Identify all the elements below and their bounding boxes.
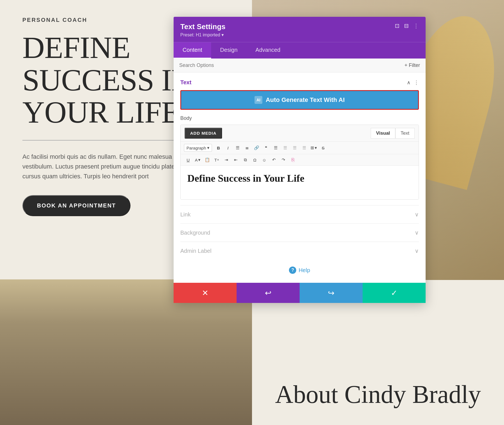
link-button[interactable]: 🔗 [252, 144, 261, 152]
search-input[interactable] [179, 62, 404, 68]
panel-header: Text Settings Preset: H1 imported ▾ ⊡ ⊟ … [174, 17, 426, 42]
text-color-icon: A [195, 158, 198, 162]
background-section-header[interactable]: Background ∨ [180, 229, 419, 236]
admin-label-section-header[interactable]: Admin Label ∨ [180, 247, 419, 254]
unordered-list-button[interactable]: ☰ [233, 144, 242, 152]
editor-content[interactable]: Define Success in Your Life [181, 166, 419, 199]
body-paragraph: Ac facilisi morbi quis ac dis nullam. Eg… [22, 152, 185, 181]
book-appointment-button[interactable]: BOOK AN APPOINTMENT [22, 195, 130, 216]
search-bar: + Filter [174, 59, 426, 73]
text-color-button[interactable]: A ▾ [193, 156, 202, 164]
format-toolbar-1: Paragraph ▾ B I ☰ ≣ 🔗 ❝ ☰ ☰ ☰ ☰ ⊞ ▾ S [181, 142, 419, 154]
table-icon: ⊞ [311, 145, 314, 150]
confirm-button[interactable]: ✓ [363, 283, 426, 303]
tab-content[interactable]: Content [174, 42, 211, 59]
panel-preset[interactable]: Preset: H1 imported ▾ [180, 32, 419, 38]
background-chevron-icon: ∨ [415, 229, 419, 236]
paste-special-button[interactable]: 📋 [203, 156, 211, 164]
emoji-button[interactable]: ☺ [260, 156, 269, 164]
add-media-button[interactable]: ADD MEDIA [185, 128, 222, 139]
text-color-dropdown: ▾ [198, 157, 200, 162]
settings-panel: Text Settings Preset: H1 imported ▾ ⊡ ⊟ … [174, 17, 426, 303]
admin-label-section: Admin Label ∨ [180, 242, 419, 260]
image-format-button[interactable]: ⎘ [289, 156, 297, 164]
align-justify-button[interactable]: ☰ [300, 144, 308, 152]
special-chars-button[interactable]: Ω [251, 156, 259, 164]
panel-title: Text Settings [180, 22, 419, 31]
ordered-list-button[interactable]: ≣ [243, 144, 251, 152]
link-section-header[interactable]: Link ∨ [180, 211, 419, 218]
admin-label-text: Admin Label [180, 248, 211, 254]
help-section: ? Help [180, 260, 419, 276]
undo-format-button[interactable]: ↶ [270, 156, 278, 164]
tab-advanced[interactable]: Advanced [246, 42, 289, 59]
outdent-button[interactable]: ⇤ [232, 156, 240, 164]
help-icon-label: ? [291, 268, 294, 273]
layout-icon[interactable]: ⊟ [404, 22, 409, 29]
align-left-button[interactable]: ☰ [271, 144, 280, 152]
collapse-arrow-icon[interactable]: ∧ [407, 80, 410, 86]
background-section: Background ∨ [180, 223, 419, 242]
text-section-title: Text [180, 79, 192, 86]
format-toolbar-2: U A ▾ 📋 T✕ ⇥ ⇤ ⧉ Ω ☺ ↶ ↷ ⎘ [181, 154, 419, 166]
cancel-button[interactable]: ✕ [174, 283, 237, 303]
link-label: Link [180, 211, 191, 218]
fullscreen-button[interactable]: ⧉ [241, 156, 249, 164]
table-button[interactable]: ⊞ ▾ [309, 144, 318, 152]
link-section: Link ∨ [180, 205, 419, 223]
section-more-icon[interactable]: ⋮ [414, 80, 419, 86]
paragraph-style-select[interactable]: Paragraph ▾ [184, 144, 212, 152]
paragraph-dropdown-icon: ▾ [207, 145, 209, 150]
filter-button[interactable]: + Filter [404, 62, 420, 68]
clear-format-button[interactable]: T✕ [213, 156, 221, 164]
text-section-header: Text ∧ ⋮ [180, 79, 419, 86]
editor-area: ADD MEDIA Visual Text Paragraph ▾ B I ☰ … [180, 125, 419, 200]
editor-heading-text: Define Success in Your Life [187, 173, 304, 184]
image-pink-icon: ⎘ [291, 157, 295, 163]
about-heading: About Cindy Bradly [275, 380, 481, 409]
bold-button[interactable]: B [214, 144, 223, 152]
blockquote-button[interactable]: ❝ [262, 144, 270, 152]
strikethrough-button[interactable]: S [319, 144, 327, 152]
redo-format-button[interactable]: ↷ [279, 156, 288, 164]
table-dropdown-icon: ▾ [315, 145, 317, 150]
underline-button[interactable]: U [184, 156, 192, 164]
background-label: Background [180, 230, 210, 236]
ai-button-label: Auto Generate Text With AI [266, 96, 345, 104]
text-tab[interactable]: Text [395, 128, 415, 139]
ai-icon-label: AI [256, 98, 260, 102]
editor-top-bar: ADD MEDIA Visual Text [181, 125, 419, 142]
help-button[interactable]: ? Help [289, 267, 310, 274]
about-section: About Cindy Bradly [252, 363, 504, 425]
ai-generate-button[interactable]: AI Auto Generate Text With AI [180, 90, 419, 110]
indent-button[interactable]: ⇥ [222, 156, 230, 164]
visual-text-tabs: Visual Text [371, 128, 415, 139]
redo-button[interactable]: ↪ [300, 283, 363, 303]
help-label: Help [298, 267, 310, 274]
action-bar: ✕ ↩ ↪ ✓ [174, 283, 426, 303]
undo-button[interactable]: ↩ [237, 283, 300, 303]
admin-label-chevron-icon: ∨ [415, 247, 419, 254]
tab-bar: Content Design Advanced [174, 42, 426, 59]
align-center-button[interactable]: ☰ [281, 144, 289, 152]
panel-header-icons: ⊡ ⊟ ⋮ [395, 22, 419, 29]
responsive-icon[interactable]: ⊡ [395, 22, 400, 29]
section-controls: ∧ ⋮ [407, 80, 419, 86]
panel-content: Text ∧ ⋮ AI Auto Generate Text With AI B… [174, 73, 426, 283]
heading-divider [22, 140, 190, 141]
align-right-button[interactable]: ☰ [290, 144, 299, 152]
link-chevron-icon: ∨ [415, 211, 419, 218]
italic-button[interactable]: I [224, 144, 232, 152]
tab-design[interactable]: Design [211, 42, 246, 59]
more-options-icon[interactable]: ⋮ [413, 22, 419, 29]
paragraph-label: Paragraph [186, 146, 206, 150]
body-label: Body [180, 115, 419, 121]
ai-icon: AI [255, 96, 262, 104]
visual-tab[interactable]: Visual [371, 128, 395, 139]
help-circle-icon: ? [289, 267, 296, 274]
